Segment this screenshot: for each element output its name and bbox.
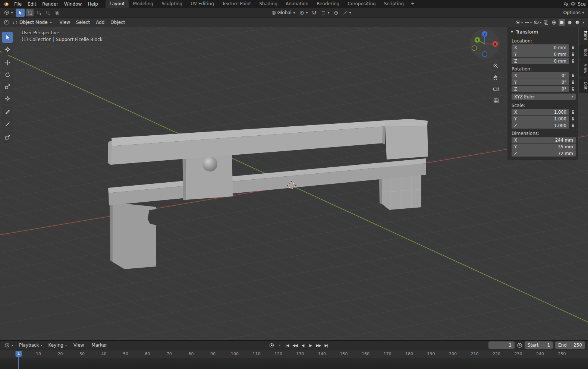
rotation-z-field[interactable]: Z 0° [512,86,569,92]
next-keyframe-button[interactable]: ▶▶ [315,342,322,349]
previous-keyframe-button[interactable]: ◀◀ [291,342,298,349]
lock-icon[interactable] [570,44,576,51]
transform-orientation-dropdown[interactable]: Global ▾ [270,9,296,16]
menu-window[interactable]: Window [61,1,85,7]
frame-end-field[interactable]: End 250 [555,341,585,349]
workspace-tab-animation[interactable]: Animation [282,0,312,8]
menu-edit[interactable]: Edit [25,1,39,7]
rotation-mode-dropdown[interactable]: XYZ Euler ▾ [512,94,576,100]
options-dropdown[interactable]: Options ▾ [562,9,585,16]
sidebar-tab-tool[interactable]: Tool [579,44,588,60]
keying-menu[interactable]: Keying ▾ [47,341,68,349]
dimensions-y-field[interactable]: Y 35 mm [512,144,576,150]
shading-dropdown-chevron-icon[interactable]: ▾ [583,21,584,24]
workspace-tab-layout[interactable]: Layout [106,0,129,8]
snap-settings-dropdown[interactable]: ▾ [320,9,331,16]
blender-logo-icon[interactable] [2,1,10,7]
tool-move[interactable] [2,57,13,68]
location-z-field[interactable]: Z 0 mm [512,58,569,64]
menu-file[interactable]: File [11,1,25,7]
workspace-tab-compositing[interactable]: Compositing [343,0,380,8]
show-gizmo-dropdown[interactable]: ▾ [524,19,532,26]
active-tool-button[interactable] [16,9,25,17]
workspace-tab-sculpting[interactable]: Sculpting [157,0,186,8]
toggle-orthographic-icon[interactable] [492,97,500,105]
editor-type-button[interactable]: ▾ [3,9,14,16]
current-frame-field[interactable]: 1 [488,341,515,349]
playback-menu[interactable]: Playback ▾ [18,341,44,349]
timeline-menu-view[interactable]: View [71,342,86,348]
tool-add-cube[interactable] [2,132,13,143]
rotation-y-field[interactable]: Y 0° [512,79,569,85]
workspace-tab-shading[interactable]: Shading [255,0,282,8]
menu-render[interactable]: Render [39,1,61,7]
proportional-falloff-dropdown[interactable]: ▾ [341,9,352,16]
viewport-menu-object[interactable]: Object [108,19,128,26]
workspace-tab-rendering[interactable]: Rendering [312,0,343,8]
rotation-x-field[interactable]: X 0° [512,72,569,79]
play-reverse-button[interactable]: ◀ [299,342,306,349]
tool-scale[interactable] [2,81,13,92]
mesh-object[interactable] [108,119,428,269]
dimensions-x-field[interactable]: X 244 mm [512,137,576,143]
playhead-line[interactable] [18,356,19,369]
lock-icon[interactable] [570,86,576,92]
jump-to-end-button[interactable]: ▶| [323,342,330,349]
panel-drag-handle-icon[interactable]: ···· [569,30,575,34]
shading-solid-button[interactable] [559,19,565,26]
navigation-gizmo[interactable]: Z X Y [469,28,500,60]
viewport-menu-view[interactable]: View [57,19,73,26]
auto-keying-chevron-icon[interactable]: ▾ [279,344,280,347]
play-button[interactable]: ▶ [307,342,314,349]
lock-icon[interactable] [570,58,576,64]
timeline-ruler[interactable]: 1020304050607080901001101201301401501601… [0,350,588,358]
timeline-menu-marker[interactable]: Marker [89,342,109,348]
shading-wireframe-button[interactable] [551,19,557,26]
lock-icon[interactable] [570,122,576,129]
shading-material-button[interactable] [566,19,573,26]
scale-x-field[interactable]: X 1.000 [512,109,569,115]
scale-z-field[interactable]: Z 1.000 [512,122,569,129]
toggle-xray-button[interactable] [543,19,550,26]
playhead-frame-badge[interactable]: 1 [16,351,22,357]
tool-annotate[interactable] [2,106,13,117]
use-preview-range-icon[interactable] [517,343,522,348]
lock-icon[interactable] [570,51,576,57]
lock-icon[interactable] [570,116,576,122]
sidebar-tab-edit[interactable]: Edit [579,78,588,93]
workspace-tab-uv-editing[interactable]: UV Editing [186,0,218,8]
proportional-editing-button[interactable] [332,9,340,16]
tool-select-box[interactable] [2,32,13,43]
camera-view-icon[interactable] [492,85,500,93]
add-workspace-button[interactable]: + [408,0,418,8]
tool-transform[interactable] [2,93,13,104]
location-x-field[interactable]: X 0 mm [512,44,569,51]
lock-icon[interactable] [570,109,576,115]
scale-y-field[interactable]: Y 1.000 [512,116,569,122]
tool-rotate[interactable] [2,69,13,80]
frame-start-field[interactable]: Start 1 [525,341,553,349]
tool-cursor[interactable] [2,44,13,55]
pivot-point-dropdown[interactable]: ▾ [298,9,309,16]
sidebar-tab-item[interactable]: Item [579,27,588,44]
viewport-menu-select[interactable]: Select [73,19,92,26]
mode-dropdown[interactable]: Object Mode ▾ [10,19,54,25]
scene-selector[interactable]: Sce [563,1,586,7]
lock-icon[interactable] [570,79,576,85]
dimensions-z-field[interactable]: Z 72 mm [512,150,576,157]
select-mode-extend-icon[interactable] [35,9,43,16]
workspace-tab-modeling[interactable]: Modeling [129,0,158,8]
auto-keying-button[interactable] [268,341,275,349]
snap-toggle-button[interactable] [311,9,318,16]
editor-type-3d-viewport-icon[interactable] [3,19,10,26]
viewport-menu-add[interactable]: Add [93,19,107,26]
timeline-channels[interactable] [0,358,588,369]
object-visibility-dropdown[interactable]: ▾ [515,19,523,26]
jump-to-start-button[interactable]: |◀ [283,342,290,349]
tool-measure[interactable] [2,118,13,129]
select-mode-intersect-icon[interactable] [53,9,60,16]
select-mode-subtract-icon[interactable] [44,9,51,16]
timeline-editor-type-button[interactable]: ▾ [3,341,15,349]
location-y-field[interactable]: Y 0 mm [512,51,569,57]
select-mode-new-icon[interactable] [26,9,34,16]
